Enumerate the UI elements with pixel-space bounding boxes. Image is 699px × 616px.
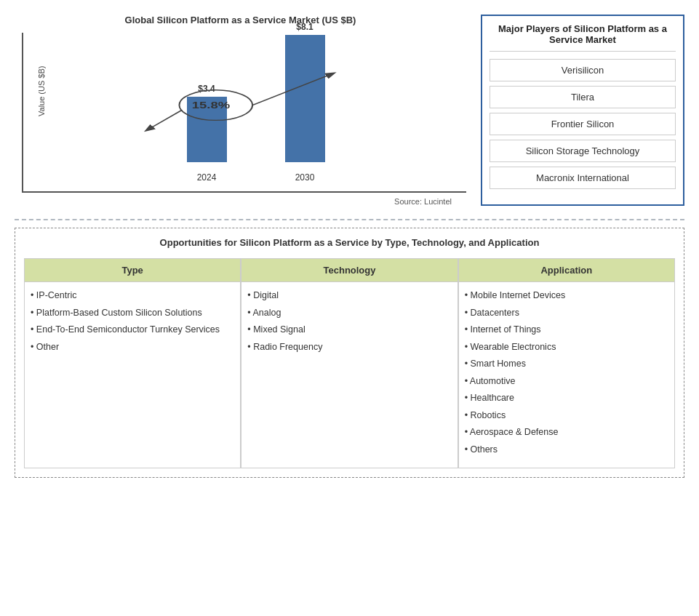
application-column-header: Application: [459, 259, 674, 282]
application-column-items: Mobile Internet Devices Datacenters Inte…: [459, 282, 674, 468]
major-players-box: Major Players of Silicon Platform as a S…: [481, 15, 684, 206]
bar-2030: [285, 35, 325, 162]
app-item-7: Healthcare: [465, 392, 668, 405]
technology-column-items: Digital Analog Mixed Signal Radio Freque…: [241, 282, 457, 365]
bar-value-2030: $8.1: [296, 22, 313, 32]
app-item-9: Aerospace & Defense: [465, 426, 668, 439]
type-item-2: Platform-Based Custom Silicon Solutions: [31, 307, 234, 320]
bar-item-2024: $3.4 2024: [187, 84, 227, 162]
player-macronix: Macronix International: [490, 167, 676, 189]
tech-item-4: Radio Frequency: [247, 341, 451, 354]
tech-item-1: Digital: [247, 289, 451, 303]
app-item-2: Datacenters: [465, 307, 668, 320]
player-verisilicon: Verisilicon: [490, 59, 676, 81]
app-item-3: Internet of Things: [465, 324, 668, 337]
dashed-separator: [15, 219, 684, 220]
app-item-6: Automotive: [465, 375, 668, 388]
application-column: Application Mobile Internet Devices Data…: [458, 258, 675, 468]
type-column-items: IP-Centric Platform-Based Custom Silicon…: [25, 282, 240, 365]
y-axis-label: Value (US $B): [37, 66, 46, 117]
opportunities-title: Opportunities for Silicon Platform as a …: [24, 237, 675, 248]
player-sst: Silicon Storage Technology: [490, 140, 676, 162]
type-column-header: Type: [25, 259, 240, 282]
type-item-3: End-To-End Semiconductor Turnkey Service…: [31, 324, 234, 337]
bar-2024: [187, 97, 227, 162]
technology-column: Technology Digital Analog Mixed Signal R…: [241, 258, 458, 468]
tech-item-2: Analog: [247, 307, 451, 320]
chart-area: Global Silicon Platform as a Service Mar…: [15, 15, 466, 206]
bars-group: $3.4 2024 $8.1 2030: [67, 40, 444, 162]
chart-container: Value (US $B) $3.4 2024 $8.1 2030: [22, 33, 466, 193]
type-item-1: IP-Centric: [31, 289, 234, 303]
chart-title: Global Silicon Platform as a Service Mar…: [15, 15, 466, 25]
type-column: Type IP-Centric Platform-Based Custom Si…: [24, 258, 241, 468]
bar-label-2024: 2024: [197, 172, 217, 183]
app-item-8: Robotics: [465, 409, 668, 423]
tech-item-3: Mixed Signal: [247, 324, 451, 337]
app-item-4: Wearable Electronics: [465, 341, 668, 354]
player-frontier-silicon: Frontier Silicon: [490, 113, 676, 135]
bar-item-2030: $8.1 2030: [285, 22, 325, 162]
columns-row: Type IP-Centric Platform-Based Custom Si…: [24, 258, 675, 468]
app-item-5: Smart Homes: [465, 358, 668, 371]
player-tilera: Tilera: [490, 86, 676, 108]
opportunities-section: Opportunities for Silicon Platform as a …: [15, 228, 684, 478]
source-line: Source: Lucintel: [15, 197, 466, 206]
technology-column-header: Technology: [241, 259, 457, 282]
bar-value-2024: $3.4: [198, 84, 215, 94]
type-item-4: Other: [31, 341, 234, 354]
app-item-10: Others: [465, 444, 668, 457]
bar-label-2030: 2030: [295, 172, 315, 183]
major-players-title: Major Players of Silicon Platform as a S…: [490, 23, 676, 52]
app-item-1: Mobile Internet Devices: [465, 289, 668, 303]
